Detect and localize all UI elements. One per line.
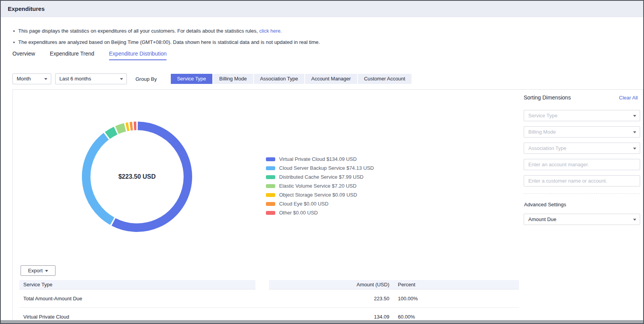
filter-row: Month Last 6 months Group By Service Typ… [12,73,411,84]
tab-bar: Overview Expenditure Trend Expenditure D… [12,51,167,60]
legend-label: Other $0.00 USD [279,210,318,216]
legend-item[interactable]: Elastic Volume Service $7.20 USD [266,181,374,190]
sorting-dimensions-title: Sorting Dimensions [524,94,571,101]
cell-percent: 100.00% [398,296,519,301]
service-type-select[interactable]: Service Type [524,110,640,121]
chevron-down-icon [44,78,47,80]
amount-due-select[interactable]: Amount Due [524,214,640,225]
sorting-dimensions-sidebar: Sorting Dimensions Clear All Service Typ… [524,94,640,230]
chevron-down-icon [633,131,636,133]
legend-label: Virtual Private Cloud $134.09 USD [279,156,357,162]
page-title: Expenditures [8,5,45,12]
group-by-account-manager[interactable]: Account Manager [305,74,357,84]
note-text: This page displays the statistics on exp… [18,28,282,34]
tab-expenditure-trend[interactable]: Expenditure Trend [50,51,94,60]
horizontal-scrollbar[interactable] [1,320,643,323]
donut-total-label: $223.50 USD [118,173,156,180]
legend-label: Cloud Server Backup Service $74.13 USD [279,165,374,171]
group-by-label: Group By [135,76,157,82]
sidebar-divider [524,193,640,194]
cell-percent: 60.00% [398,314,519,320]
legend-swatch-icon [266,211,275,215]
legend-swatch-icon [266,166,275,170]
clear-all-link[interactable]: Clear All [619,95,638,101]
legend-item[interactable]: Distributed Cache Service $7.99 USD [266,172,374,181]
bullet-icon [13,42,15,43]
period-select[interactable]: Month [12,73,51,84]
tab-expenditure-distribution[interactable]: Expenditure Distribution [109,51,167,60]
chevron-down-icon [633,148,636,150]
group-by-billing-mode[interactable]: Billing Mode [213,74,253,84]
col-header-amount[interactable]: Amount (USD) [266,280,389,289]
group-by-association-type[interactable]: Association Type [254,74,304,84]
export-button[interactable]: Export [21,265,56,276]
donut-segment-object-storage-service[interactable] [127,127,129,127]
account-manager-input[interactable] [524,159,640,170]
group-by-service-type[interactable]: Service Type [171,74,212,84]
legend-label: Distributed Cache Service $7.99 USD [279,174,364,180]
cell-amount: 223.50 [255,296,389,301]
account-manager-field-wrap [524,159,640,170]
tab-overview[interactable]: Overview [12,51,35,60]
donut-segment-cloud-eye[interactable] [130,126,132,127]
legend-swatch-icon [266,157,275,161]
col-header-service-type[interactable]: Service Type [23,280,52,289]
chevron-down-icon [45,270,48,272]
legend-item[interactable]: Object Storage Service $0.09 USD [266,190,374,199]
note-statistics-rules: This page displays the statistics on exp… [13,28,282,34]
legend-swatch-icon [266,184,275,188]
legend-item[interactable]: Cloud Eye $0.00 USD [266,199,374,208]
cell-service-type: Virtual Private Cloud [19,314,255,320]
note-beijing-time: The expenditures are analyzed based on B… [13,39,320,45]
click-here-link[interactable]: click here. [259,28,282,34]
table-header-band [19,280,255,289]
chevron-down-icon [633,115,636,117]
legend-item[interactable]: Other $0.00 USD [266,208,374,217]
expenditures-page: Expenditures This page displays the stat… [0,0,644,324]
cell-service-type: Total Amount-Amount Due [19,296,255,301]
col-header-percent[interactable]: Percent [398,280,415,289]
note-text: The expenditures are analyzed based on B… [18,39,320,45]
legend-label: Object Storage Service $0.09 USD [279,192,357,198]
chart-legend: Virtual Private Cloud $134.09 USDCloud S… [266,155,374,217]
cell-amount: 134.09 [255,314,389,320]
legend-swatch-icon [266,202,275,206]
legend-item[interactable]: Cloud Server Backup Service $74.13 USD [266,164,374,172]
bullet-icon [13,30,15,32]
group-by-customer-account[interactable]: Customer Account [358,74,411,84]
association-type-select[interactable]: Association Type [524,143,640,154]
advanced-settings-label: Advanced Settings [524,202,640,207]
distribution-panel: $223.50 USD Virtual Private Cloud $134.0… [12,89,643,323]
legend-item[interactable]: Virtual Private Cloud $134.09 USD [266,155,374,164]
chevron-down-icon [633,219,636,221]
customer-account-field-wrap [524,175,640,186]
billing-mode-select[interactable]: Billing Mode [524,126,640,138]
legend-label: Elastic Volume Service $7.20 USD [279,183,356,189]
time-range-select[interactable]: Last 6 months [55,73,127,84]
table-row: Total Amount-Amount Due 223.50 100.00% [19,289,519,308]
group-by-button-group: Service TypeBilling ModeAssociation Type… [171,74,411,84]
legend-label: Cloud Eye $0.00 USD [279,201,328,207]
legend-swatch-icon [266,193,275,197]
donut-segment-distributed-cache-service[interactable] [108,131,116,135]
chevron-down-icon [120,78,123,80]
customer-account-input[interactable] [524,176,640,186]
page-title-bar: Expenditures [1,1,643,17]
donut-segment-cloud-server-backup-service[interactable] [86,136,112,221]
legend-swatch-icon [266,175,275,179]
donut-segment-elastic-volume-service[interactable] [117,127,125,130]
